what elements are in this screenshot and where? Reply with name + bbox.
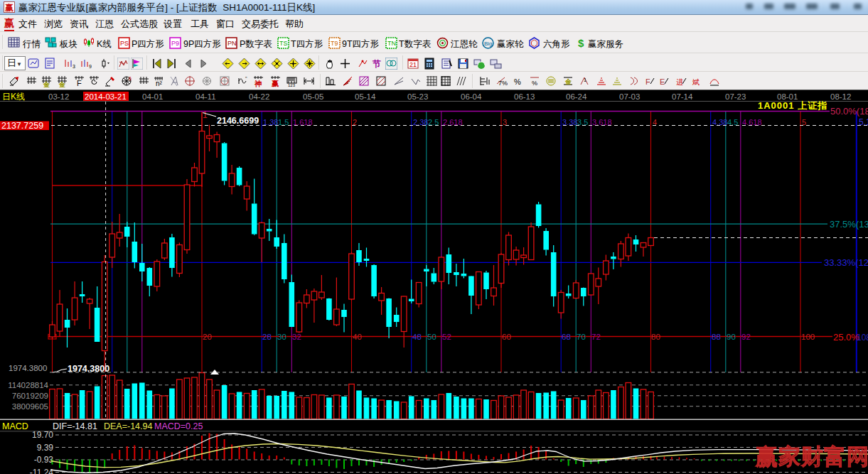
svg-text:3: 3 <box>73 64 75 69</box>
svg-text:TN: TN <box>387 40 396 47</box>
svg-text:4.38: 4.38 <box>712 118 727 126</box>
svg-text:1: 1 <box>584 77 586 82</box>
svg-text:E: E <box>660 77 665 86</box>
svg-text:123: 123 <box>288 83 296 87</box>
svg-text:2137.7259: 2137.7259 <box>1 121 43 131</box>
svg-text:斌: 斌 <box>692 78 700 86</box>
svg-text:3.5: 3.5 <box>577 118 588 126</box>
svg-text:9: 9 <box>89 64 92 69</box>
svg-text:07-23: 07-23 <box>725 92 746 101</box>
svg-text:金: 金 <box>58 81 66 87</box>
svg-text:108: 108 <box>857 333 868 343</box>
svg-text:2.38: 2.38 <box>413 118 428 126</box>
svg-text:赢: 赢 <box>271 80 279 87</box>
svg-text:2.5: 2.5 <box>428 118 439 126</box>
svg-text:2: 2 <box>353 118 357 126</box>
svg-text:进: 进 <box>676 78 683 86</box>
svg-text:P9: P9 <box>171 40 179 47</box>
svg-text:19.70: 19.70 <box>32 430 53 440</box>
svg-text:-11.24: -11.24 <box>30 468 53 474</box>
svg-text:TS: TS <box>279 40 288 47</box>
svg-text:神: 神 <box>254 80 262 87</box>
svg-text:4.618: 4.618 <box>742 118 762 126</box>
svg-text:2.618: 2.618 <box>443 118 463 126</box>
svg-text:n²: n² <box>156 80 163 87</box>
svg-text:金: 金 <box>43 81 50 87</box>
svg-text:$: $ <box>578 37 584 49</box>
svg-text:DIF=-14.81: DIF=-14.81 <box>53 421 97 431</box>
svg-text:节: 节 <box>372 59 381 69</box>
svg-text:48: 48 <box>412 333 422 341</box>
svg-text:92: 92 <box>741 333 751 341</box>
svg-text:06-13: 06-13 <box>514 92 535 101</box>
svg-text:2014-03-21: 2014-03-21 <box>85 92 127 101</box>
svg-text:80: 80 <box>651 333 660 341</box>
svg-text:25.0%: 25.0% <box>833 332 859 343</box>
svg-text:金: 金 <box>564 78 572 85</box>
svg-text:03-12: 03-12 <box>48 92 69 101</box>
svg-text:3.618: 3.618 <box>592 118 612 126</box>
svg-text:F: F <box>77 79 82 87</box>
svg-text:1.618: 1.618 <box>293 118 313 126</box>
svg-text:PS: PS <box>120 40 129 47</box>
svg-text:MACD=0.25: MACD=0.25 <box>154 421 203 431</box>
svg-text:52: 52 <box>442 333 451 341</box>
svg-text:1: 1 <box>203 110 208 120</box>
svg-text:1.5: 1.5 <box>278 118 289 126</box>
svg-text:70: 70 <box>577 333 586 341</box>
svg-text:DEA=-14.94: DEA=-14.94 <box>104 421 152 431</box>
svg-text:68: 68 <box>562 333 571 341</box>
svg-text:33.33%(12: 33.33%(12 <box>824 257 868 268</box>
svg-text:5.1: 5.1 <box>859 117 868 127</box>
svg-text:05-23: 05-23 <box>407 92 428 101</box>
svg-text:32: 32 <box>292 333 301 341</box>
svg-text:07-14: 07-14 <box>672 92 693 101</box>
svg-text:日K线: 日K线 <box>2 92 25 102</box>
svg-text:88: 88 <box>712 333 721 341</box>
svg-text:-0.93: -0.93 <box>34 455 54 465</box>
svg-text:04-11: 04-11 <box>195 92 216 101</box>
svg-text:2146.6699: 2146.6699 <box>217 116 259 126</box>
svg-text:60: 60 <box>502 333 511 341</box>
svg-text:4: 4 <box>653 118 657 126</box>
svg-text:20: 20 <box>203 333 212 341</box>
svg-text:PN: PN <box>227 40 237 47</box>
svg-text:76019209: 76019209 <box>12 392 48 400</box>
svg-text:F: F <box>645 77 650 86</box>
svg-text:04-22: 04-22 <box>249 92 269 101</box>
svg-text:08-12: 08-12 <box>830 92 851 101</box>
svg-text:100: 100 <box>801 333 815 341</box>
svg-text:7%: 7% <box>498 80 508 87</box>
svg-text:1A0001 上证指: 1A0001 上证指 <box>758 100 827 111</box>
svg-text:50: 50 <box>427 333 436 341</box>
svg-text:T9: T9 <box>331 40 338 47</box>
svg-text:40: 40 <box>353 333 362 341</box>
svg-text:6: 6 <box>129 76 132 81</box>
svg-text:%: % <box>514 77 521 86</box>
svg-text:MACD: MACD <box>2 421 28 431</box>
svg-text:赢家财富网: 赢家财富网 <box>755 444 868 469</box>
svg-text:5: 5 <box>802 118 806 126</box>
svg-text:05-14: 05-14 <box>355 92 376 101</box>
svg-text:21: 21 <box>409 61 417 68</box>
svg-text:06-24: 06-24 <box>566 92 587 101</box>
svg-text:05-05: 05-05 <box>303 92 323 101</box>
svg-text:50.0%(18: 50.0%(18 <box>830 106 868 117</box>
svg-text:28: 28 <box>262 333 272 341</box>
svg-text:90: 90 <box>727 333 736 341</box>
svg-text:06-04: 06-04 <box>461 92 482 101</box>
svg-text:4.5: 4.5 <box>727 118 738 126</box>
svg-text:04-01: 04-01 <box>142 92 163 101</box>
svg-text:72: 72 <box>591 333 601 341</box>
svg-text:3: 3 <box>503 118 507 126</box>
svg-text:114028814: 114028814 <box>8 381 48 389</box>
svg-text:": " <box>245 76 247 81</box>
svg-text:3.38: 3.38 <box>562 118 577 126</box>
svg-text:38009605: 38009605 <box>12 402 48 411</box>
svg-text:1.38: 1.38 <box>263 118 278 126</box>
svg-text:Big: Big <box>484 41 493 47</box>
svg-text:37.5%(13: 37.5%(13 <box>830 219 868 230</box>
svg-text:%: % <box>532 80 537 87</box>
svg-text:1974.3800: 1974.3800 <box>9 364 47 372</box>
svg-text:9.39: 9.39 <box>37 443 54 453</box>
